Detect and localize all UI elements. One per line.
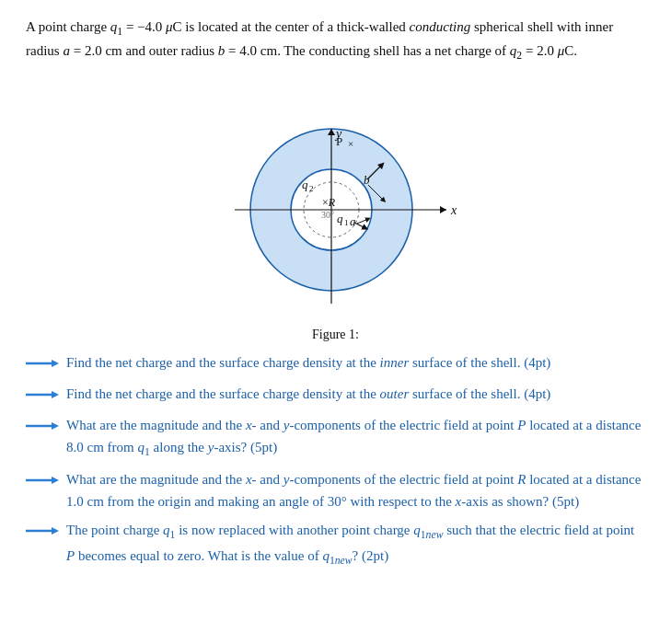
question-3-text: What are the magnitude and the x- and y-… [66,414,645,462]
arrow-icon-1 [26,354,59,376]
svg-text:×: × [348,138,353,149]
svg-marker-27 [52,391,59,398]
figure-caption: Figure 1: [312,328,359,342]
svg-text:×R: ×R [322,196,336,209]
svg-text:2: 2 [309,184,314,193]
question-2: Find the net charge and the surface char… [26,383,645,408]
svg-text:q: q [302,178,308,191]
svg-marker-31 [52,477,59,484]
figure-area: y x P × q 2 b ×R 30° q 1 a [26,74,645,342]
svg-text:q: q [337,212,343,225]
arrow-icon-2 [26,385,59,408]
svg-text:a: a [350,214,356,228]
svg-marker-29 [52,422,59,430]
question-5: The point charge q1 is now replaced with… [26,519,645,569]
question-4-text: What are the magnitude and the x- and y-… [66,468,645,512]
svg-marker-4 [440,206,446,213]
svg-text:x: x [450,203,457,217]
questions-list: Find the net charge and the surface char… [26,351,645,569]
physics-diagram: y x P × q 2 b ×R 30° q 1 a [179,74,492,322]
question-2-text: Find the net charge and the surface char… [66,383,645,405]
arrow-icon-5 [26,522,59,544]
arrow-icon-4 [26,471,59,493]
svg-text:1: 1 [344,218,349,227]
question-5-text: The point charge q1 is now replaced with… [66,519,645,569]
svg-marker-25 [52,360,59,367]
svg-text:30°: 30° [321,210,334,220]
question-4: What are the magnitude and the x- and y-… [26,468,645,512]
svg-text:P: P [336,134,342,148]
question-1: Find the net charge and the surface char… [26,351,645,376]
svg-marker-33 [52,527,59,535]
svg-text:b: b [364,173,370,187]
arrow-icon-3 [26,417,59,439]
question-1-text: Find the net charge and the surface char… [66,351,645,374]
problem-statement: A point charge q1 = −4.0 μC is located a… [26,17,645,64]
question-3: What are the magnitude and the x- and y-… [26,414,645,462]
